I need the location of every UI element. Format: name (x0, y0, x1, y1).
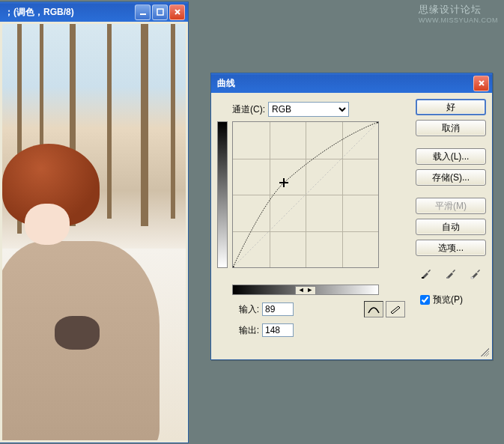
curve-mode-button[interactable] (364, 301, 383, 317)
curve-endpoint (233, 266, 234, 267)
input-row: 输入: (223, 301, 410, 317)
dialog-close-button[interactable] (473, 76, 489, 91)
window-controls (135, 4, 185, 20)
curve-graph[interactable] (232, 121, 379, 268)
close-button[interactable] (169, 4, 185, 20)
maximize-button[interactable] (152, 4, 168, 20)
load-button[interactable]: 载入(L)... (416, 148, 486, 165)
gradient-flip-button[interactable]: ◄ ► (295, 286, 316, 295)
output-row: 输出: (223, 323, 410, 337)
document-titlebar[interactable]: ；(调色，RGB/8) (0, 2, 188, 22)
preview-checkbox[interactable] (420, 295, 430, 305)
photo-decor (171, 24, 175, 219)
close-icon (478, 79, 485, 87)
curve-control-point[interactable] (279, 178, 288, 187)
gray-point-eyedropper[interactable] (442, 265, 460, 282)
curve-svg (233, 122, 378, 267)
preview-row: 预览(P) (420, 294, 486, 306)
resize-grip-icon[interactable] (479, 346, 489, 356)
ok-button[interactable]: 好 (416, 99, 486, 115)
input-field[interactable] (262, 302, 294, 316)
dialog-title: 曲线 (217, 77, 235, 90)
svg-rect-2 (422, 277, 424, 279)
eyedropper-icon (470, 267, 482, 279)
svg-rect-1 (157, 9, 163, 15)
cancel-button[interactable]: 取消 (416, 120, 486, 136)
close-icon (174, 8, 181, 16)
curve-area (217, 121, 394, 282)
auto-button[interactable]: 自动 (416, 219, 486, 235)
output-field[interactable] (262, 323, 294, 337)
eyedropper-icon (420, 267, 432, 279)
pencil-icon (389, 304, 402, 314)
watermark-text: 思缘设计论坛 (419, 4, 482, 15)
svg-rect-4 (471, 277, 473, 279)
baseline-path (233, 122, 378, 267)
output-label: 输出: (223, 324, 259, 337)
channel-row: 通道(C): RGB (232, 102, 410, 117)
svg-rect-0 (140, 13, 146, 15)
pencil-mode-button[interactable] (386, 301, 405, 317)
curve-endpoint (377, 122, 378, 124)
minimize-button[interactable] (135, 4, 151, 20)
document-title: ；(调色，RGB/8) (4, 6, 74, 19)
svg-rect-3 (446, 277, 449, 279)
input-label: 输入: (223, 303, 259, 316)
channel-label: 通道(C): (232, 103, 265, 116)
preview-label: 预览(P) (433, 294, 463, 306)
input-gradient[interactable]: ◄ ► (232, 285, 379, 295)
document-window: ；(调色，RGB/8) (0, 1, 189, 443)
dialog-titlebar[interactable]: 曲线 (211, 73, 492, 93)
eyedropper-row (416, 265, 486, 282)
document-canvas[interactable] (2, 24, 186, 440)
black-point-eyedropper[interactable] (417, 265, 435, 282)
watermark: 思缘设计论坛 WWW.MISSYUAN.COM (419, 3, 498, 24)
photo-subject (2, 144, 152, 428)
save-button[interactable]: 存储(S)... (416, 169, 486, 186)
maximize-icon (157, 8, 164, 16)
channel-select[interactable]: RGB (268, 102, 349, 117)
white-point-eyedropper[interactable] (467, 265, 485, 282)
output-gradient (217, 121, 228, 268)
eyedropper-icon (445, 267, 457, 279)
minimize-icon (139, 8, 147, 16)
options-button[interactable]: 选项... (416, 240, 486, 256)
curves-dialog: 曲线 通道(C): RGB (210, 73, 493, 360)
smooth-button: 平滑(M) (416, 198, 486, 214)
curve-icon (367, 304, 380, 314)
watermark-url: WWW.MISSYUAN.COM (419, 16, 498, 24)
